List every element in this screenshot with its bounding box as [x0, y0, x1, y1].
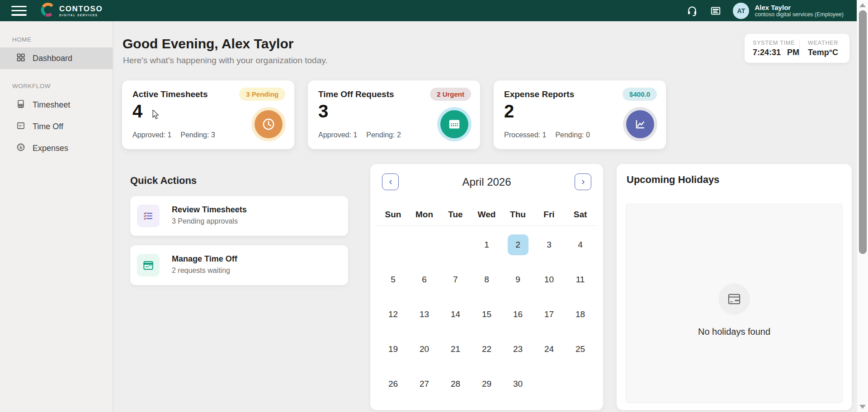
page-greeting: Good Evening, Alex Taylor: [123, 36, 293, 52]
weather-value: Temp°C: [808, 48, 838, 57]
stat-detail-approved: Approved: 1: [318, 131, 357, 139]
sidebar-item-dashboard[interactable]: Dashboard: [0, 47, 113, 69]
calendar-day[interactable]: 5: [383, 269, 404, 290]
timeoff-calendar-icon: [16, 121, 25, 132]
calendar-day[interactable]: 27: [414, 374, 435, 394]
stat-card-title: Time Off Requests: [318, 89, 394, 99]
calendar-day[interactable]: 17: [539, 304, 560, 325]
sidebar-item-label: Expenses: [33, 144, 68, 153]
quick-action-review-timesheets[interactable]: Review Timesheets 3 Pending approvals: [130, 196, 348, 236]
calendar-day[interactable]: 18: [570, 304, 591, 325]
stat-card-value: 3: [318, 101, 328, 122]
calendar-day[interactable]: 12: [383, 304, 404, 325]
logo-name: CONTOSO: [59, 5, 103, 13]
calendar-day[interactable]: 16: [508, 304, 528, 325]
stat-card-active-timesheets[interactable]: Active Timesheets 3 Pending 4 Approved: …: [122, 80, 294, 149]
quick-action-manage-timeoff[interactable]: Manage Time Off 2 requests waiting: [130, 245, 348, 285]
calendar-day[interactable]: 8: [476, 269, 497, 290]
quick-action-title: Review Timesheets: [172, 205, 247, 215]
calendar-day-headers: SunMonTueWedThuFriSat: [377, 207, 596, 222]
avatar: AT: [733, 3, 749, 19]
calendar-day[interactable]: 10: [539, 269, 560, 290]
svg-text:$: $: [20, 145, 22, 149]
calendar-day[interactable]: 26: [383, 374, 404, 394]
sidebar-item-label: Time Off: [33, 122, 63, 131]
calendar-day-header: Tue: [440, 207, 471, 222]
calendar-day[interactable]: 25: [570, 339, 591, 360]
user-menu[interactable]: AT Alex Taylor contoso digital services …: [733, 3, 844, 19]
stat-detail-pending: Pending: 0: [555, 131, 590, 139]
stat-card-title: Active Timesheets: [132, 89, 208, 99]
calendar-day[interactable]: 30: [508, 374, 528, 394]
scrollbar-thumb[interactable]: [859, 10, 867, 254]
quick-actions-title: Quick Actions: [130, 175, 197, 187]
calendar-day[interactable]: 29: [476, 374, 497, 394]
calendar-next-button[interactable]: [575, 173, 591, 190]
calendar-day[interactable]: 24: [539, 339, 560, 360]
scrollbar-up-arrow-icon[interactable]: [859, 3, 866, 7]
hamburger-menu-icon[interactable]: [11, 6, 27, 16]
calendar-day[interactable]: 4: [570, 234, 591, 255]
timesheet-document-icon: [16, 99, 25, 111]
calendar-day[interactable]: 13: [414, 304, 435, 325]
stat-detail-processed: Processed: 1: [504, 131, 546, 139]
calendar-day[interactable]: 22: [476, 339, 497, 360]
contoso-logo-icon: [40, 2, 56, 19]
calendar-day[interactable]: 7: [445, 269, 466, 290]
sidebar: HOME Dashboard WORKFLOW Timesheet: [0, 21, 113, 412]
calendar-day[interactable]: 19: [383, 339, 404, 360]
calendar-day-header: Fri: [533, 207, 565, 222]
sidebar-item-label: Timesheet: [33, 100, 70, 110]
calendar-day[interactable]: 6: [414, 269, 435, 290]
contoso-logo: CONTOSO DIGITAL SERVICES: [40, 2, 103, 19]
holidays-empty-panel: No holidays found: [626, 204, 843, 403]
status-badge: $400.0: [623, 88, 657, 101]
top-bar: CONTOSO DIGITAL SERVICES AT Alex Tayl: [0, 0, 857, 21]
status-badge: 3 Pending: [239, 88, 285, 101]
chart-line-icon: [626, 110, 654, 138]
calendar-day[interactable]: 2: [508, 234, 528, 255]
calendar-plus-icon: [137, 254, 160, 276]
main-content: Good Evening, Alex Taylor Here's what's …: [113, 21, 857, 412]
quick-action-title: Manage Time Off: [172, 254, 237, 264]
support-headset-icon[interactable]: [686, 5, 698, 17]
sidebar-item-timesheet[interactable]: Timesheet: [0, 94, 113, 116]
calendar-day[interactable]: 9: [508, 269, 528, 290]
calendar-day-header: Sun: [377, 207, 409, 222]
calendar-empty-cell: [383, 234, 404, 255]
calendar-day[interactable]: 3: [539, 234, 560, 255]
system-time-meridiem: PM: [787, 48, 799, 57]
calendar-empty-cell: [414, 234, 435, 255]
system-time-value: 7:24:31: [753, 48, 781, 57]
calendar-divider: [377, 225, 597, 226]
status-widget: SYSTEM TIME 7:24:31 PM WEATHER Temp°C: [745, 34, 849, 63]
vertical-scrollbar[interactable]: [857, 0, 868, 412]
calendar-day[interactable]: 15: [476, 304, 497, 325]
sidebar-item-expenses[interactable]: $ Expenses: [0, 137, 113, 159]
scrollbar-down-arrow-icon[interactable]: [859, 405, 866, 409]
stat-detail-approved: Approved: 1: [132, 131, 171, 139]
stat-card-value: 2: [504, 101, 514, 122]
upcoming-holidays-card: Upcoming Holidays No holidays found: [617, 164, 852, 410]
stat-card-title: Expense Reports: [504, 89, 574, 99]
sidebar-section-workflow: WORKFLOW: [12, 83, 113, 89]
stat-card-timeoff-requests[interactable]: Time Off Requests 2 Urgent 3 Approved: 1…: [308, 80, 480, 149]
calendar-day[interactable]: 1: [476, 234, 497, 255]
calendar-grid: 1234567891011121314151617181920212223242…: [377, 227, 596, 401]
calendar-day[interactable]: 21: [445, 339, 466, 360]
user-role: contoso digital services (Employee): [755, 11, 844, 18]
sidebar-section-home: HOME: [12, 36, 113, 43]
calendar-day[interactable]: 23: [508, 339, 528, 360]
announcements-icon[interactable]: [709, 5, 722, 17]
sidebar-item-timeoff[interactable]: Time Off: [0, 116, 113, 137]
calendar-day[interactable]: 20: [414, 339, 435, 360]
calendar-day[interactable]: 28: [445, 374, 466, 394]
calendar-icon: [440, 110, 468, 138]
upcoming-holidays-title: Upcoming Holidays: [627, 174, 719, 186]
calendar-day[interactable]: 11: [570, 269, 591, 290]
stat-card-expense-reports[interactable]: Expense Reports $400.0 2 Processed: 1 Pe…: [494, 80, 666, 149]
calendar-empty-cell: [539, 374, 560, 394]
calendar-day-header: Wed: [471, 207, 502, 222]
calendar-day[interactable]: 14: [445, 304, 466, 325]
calendar-day-header: Mon: [409, 207, 440, 222]
